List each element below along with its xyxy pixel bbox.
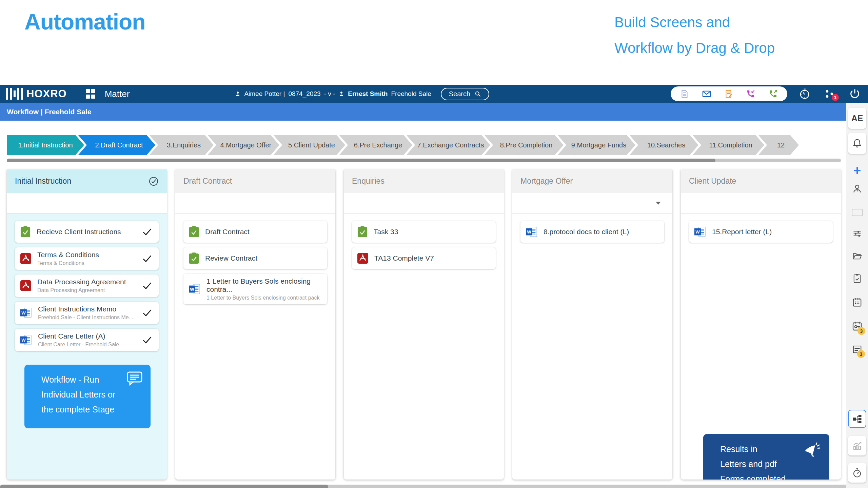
- column-filter-row: [7, 193, 167, 214]
- column-filter-row: [175, 193, 335, 214]
- card-title: Data Processing Agreement: [37, 278, 126, 286]
- column-mortgage-offer: Mortgage Offer W 8.protocol docs to clie…: [512, 169, 672, 480]
- task-card[interactable]: Task 33: [352, 221, 496, 243]
- workflow-run-callout: Workflow - Run Individual Letters or the…: [24, 365, 151, 428]
- reports-button[interactable]: [848, 436, 866, 455]
- incoming-call-icon[interactable]: [746, 89, 755, 99]
- check-icon: [142, 336, 153, 344]
- matter-summary: Aimee Potter | 0874_2023 - v - Ernest Sm…: [235, 90, 431, 98]
- time-tracking-icon[interactable]: [799, 88, 810, 100]
- document-icon[interactable]: [680, 89, 689, 98]
- column-header: Mortgage Offer: [512, 169, 672, 193]
- mail-icon[interactable]: [702, 89, 711, 99]
- hero-tagline-line2: Workflow by Drag & Drop: [614, 35, 775, 61]
- pdf-card[interactable]: Terms & Conditions Terms & Conditions: [15, 247, 159, 270]
- stage-scrollbar[interactable]: [7, 159, 841, 162]
- stage-searches[interactable]: 10.Searches: [629, 135, 698, 155]
- word-doc-icon: W: [189, 284, 200, 294]
- hero-tagline: Build Screens and Workflow by Drag & Dro…: [614, 9, 775, 61]
- documents-button[interactable]: [852, 251, 862, 261]
- card-subtitle: 1 Letter to Buyers Sols enclosing contra…: [206, 295, 322, 301]
- pdf-card[interactable]: TA13 Complete V7: [352, 247, 496, 269]
- stage-enquiries[interactable]: 3.Enquiries: [149, 135, 214, 155]
- column-body: Draft Contract Review Contract W 1 Lette…: [175, 214, 335, 480]
- forms-badge: 3: [857, 350, 865, 358]
- column-title: Client Update: [689, 177, 736, 186]
- task-card[interactable]: Review Contract: [183, 247, 327, 269]
- chat-icon: [127, 371, 142, 386]
- panel-button[interactable]: [852, 209, 863, 216]
- outgoing-call-icon[interactable]: [768, 89, 778, 99]
- word-card[interactable]: W 8.protocol docs to client (L): [520, 221, 664, 243]
- workflow-view-button[interactable]: [848, 410, 866, 428]
- callout-text: Workflow - Run Individual Letters or the…: [41, 372, 115, 417]
- column-client-update: Client Update W 15.Report letter (L) Res…: [681, 169, 841, 480]
- time-button[interactable]: [848, 463, 866, 483]
- column-title: Enquiries: [352, 177, 384, 186]
- forms-button[interactable]: 3: [852, 344, 862, 354]
- contacts-button[interactable]: [852, 184, 862, 194]
- user-icon: [235, 91, 241, 97]
- stage-pre-completion[interactable]: 8.Pre Completion: [484, 135, 564, 155]
- card-subtitle: Terms & Conditions: [37, 260, 99, 266]
- client-icon: [338, 91, 344, 97]
- stage-client-update[interactable]: 5.Client Update: [273, 135, 345, 155]
- horizontal-scrollbar[interactable]: [0, 485, 859, 488]
- word-card[interactable]: W Client Care Letter (A) Client Care Let…: [15, 329, 159, 351]
- stage-exchange-contracts[interactable]: 7.Exchange Contracts: [406, 135, 490, 155]
- pdf-icon: [20, 253, 31, 264]
- task-card[interactable]: Recieve Client Instructions: [15, 221, 159, 243]
- dropdown-caret-icon[interactable]: [656, 202, 661, 205]
- workflow-board: Initial Instruction Recieve Client Instr…: [7, 169, 841, 480]
- word-doc-icon: W: [20, 307, 32, 318]
- filters-button[interactable]: [852, 229, 862, 239]
- folder-icon: [852, 251, 862, 261]
- callout-text: Results in Letters and pdf Forms complet…: [720, 442, 786, 480]
- card-title: Recieve Client Instructions: [37, 228, 121, 236]
- column-body: W 8.protocol docs to client (L): [512, 214, 672, 480]
- task-card[interactable]: Draft Contract: [183, 221, 327, 243]
- brand-name: HOXRO: [26, 88, 67, 100]
- stopwatch-icon: [852, 468, 862, 478]
- task-icon: [357, 226, 368, 238]
- avatar[interactable]: AE: [848, 108, 866, 129]
- stage-complete-icon[interactable]: [149, 176, 159, 186]
- column-initial-instruction: Initial Instruction Recieve Client Instr…: [7, 169, 167, 480]
- stage-completion[interactable]: 11.Completion: [692, 135, 764, 155]
- apps-grid-icon[interactable]: [86, 89, 95, 99]
- note-edit-icon[interactable]: [724, 89, 733, 98]
- add-button[interactable]: +: [853, 163, 861, 178]
- search-button[interactable]: Search: [441, 88, 489, 100]
- pdf-card[interactable]: Data Processing Agreement Data Processin…: [15, 274, 159, 297]
- card-title: Client Instructions Memo: [38, 305, 133, 313]
- search-icon: [474, 90, 481, 97]
- word-card[interactable]: W 1 Letter to Buyers Sols enclosing cont…: [183, 274, 327, 304]
- stage-pre-exchange[interactable]: 6.Pre Exchange: [339, 135, 412, 155]
- share-menu[interactable]: 1: [825, 89, 835, 99]
- notification-badge: 1: [832, 94, 839, 101]
- search-label: Search: [449, 90, 470, 98]
- hero-tagline-line1: Build Screens and: [614, 9, 775, 35]
- word-card[interactable]: W 15.Report letter (L): [689, 221, 833, 243]
- tasks-button[interactable]: [852, 273, 862, 283]
- stage-scrollbar-thumb[interactable]: [7, 159, 715, 162]
- power-icon[interactable]: [849, 88, 861, 100]
- stage-next-clipped[interactable]: 12: [758, 135, 799, 155]
- hoxro-logo-icon: [6, 88, 23, 100]
- stage-draft-contract[interactable]: 2.Draft Contract: [78, 135, 155, 155]
- check-icon: [142, 228, 153, 236]
- notifications-button[interactable]: [848, 133, 866, 154]
- page-title: Automation: [24, 9, 145, 35]
- card-title: TA13 Complete V7: [374, 254, 434, 262]
- horizontal-scrollbar-thumb[interactable]: [0, 485, 328, 488]
- bell-icon: [852, 139, 862, 148]
- stage-mortgage-offer[interactable]: 4.Mortgage Offer: [208, 135, 279, 155]
- word-card[interactable]: W Client Instructions Memo Freehold Sale…: [15, 302, 159, 324]
- calendar-button[interactable]: [852, 297, 862, 307]
- stage-initial-instruction[interactable]: 1.Initial Instruction: [7, 135, 84, 155]
- stage-mortgage-funds[interactable]: 9.Mortgage Funds: [557, 135, 635, 155]
- key-dates-button[interactable]: 3: [852, 321, 863, 331]
- column-enquiries: Enquiries Task 33 TA13 Complete V7: [344, 169, 504, 480]
- card-title: Task 33: [374, 228, 398, 236]
- task-icon: [189, 252, 199, 264]
